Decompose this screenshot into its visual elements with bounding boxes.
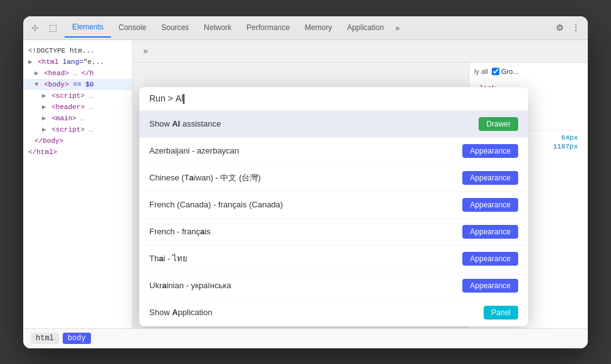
command-input-row: Run > Al bbox=[139, 87, 528, 111]
tab-bar: ⊹ ⬚ Elements Console Sources Network Per… bbox=[23, 16, 588, 40]
tab-more-button[interactable]: » bbox=[391, 21, 403, 35]
dom-panel: <!DOCTYPE htm... ▶ <html lang="e... ▶ <h… bbox=[23, 40, 133, 328]
filter-label: ly all bbox=[474, 68, 488, 75]
cursor-caret bbox=[183, 94, 184, 104]
command-palette: Run > Al Show AI assistance Drawer Azerb… bbox=[139, 87, 528, 326]
group-label: Gro... bbox=[501, 68, 519, 75]
dom-line: ▼ <body> == $0 bbox=[23, 79, 132, 90]
tab-elements[interactable]: Elements bbox=[65, 18, 111, 38]
dom-line: </html> bbox=[23, 147, 132, 158]
command-item-badge: Appearance bbox=[462, 279, 518, 293]
command-item-badge: Panel bbox=[484, 306, 518, 320]
tab-performance[interactable]: Performance bbox=[239, 18, 297, 37]
dom-line: ▶ <main> … bbox=[23, 113, 132, 124]
device-icon[interactable]: ⬚ bbox=[46, 21, 60, 34]
command-item-badge: Appearance bbox=[462, 171, 518, 185]
command-item-french[interactable]: French - français Appearance bbox=[139, 219, 528, 246]
settings-icon[interactable]: ⚙ bbox=[553, 21, 566, 34]
command-item-french-canada[interactable]: French (Canada) - français (Canada) Appe… bbox=[139, 192, 528, 219]
tab-console[interactable]: Console bbox=[111, 18, 154, 37]
command-item-chinese-taiwan[interactable]: Chinese (Taiwan) - 中文 (台灣) Appearance bbox=[139, 165, 528, 192]
dom-line: ▶ <script> … bbox=[23, 124, 132, 135]
cursor-icon[interactable]: ⊹ bbox=[28, 21, 42, 34]
command-prefix: Run > bbox=[149, 93, 173, 103]
tab-bar-icons: ⊹ ⬚ bbox=[28, 21, 60, 34]
devtools-window: ⊹ ⬚ Elements Console Sources Network Per… bbox=[23, 16, 588, 348]
command-list[interactable]: Show AI assistance Drawer Azerbaijani - … bbox=[139, 111, 528, 326]
group-checkbox[interactable] bbox=[492, 68, 499, 75]
tab-memory[interactable]: Memory bbox=[297, 18, 339, 37]
command-item-label: Ukrainian - українська bbox=[149, 281, 231, 290]
menu-icon[interactable]: ⋮ bbox=[569, 21, 583, 34]
command-item-show-application[interactable]: Show Application Panel bbox=[139, 299, 528, 326]
panel-chevron-button[interactable]: » bbox=[139, 43, 152, 58]
dom-line: <!DOCTYPE htm... bbox=[23, 45, 132, 56]
command-item-badge: Appearance bbox=[462, 144, 518, 158]
command-item-badge: Appearance bbox=[462, 252, 518, 266]
command-item-ai-assistance[interactable]: Show AI assistance Drawer bbox=[139, 111, 528, 138]
command-item-thai[interactable]: Thai - ไทย Appearance bbox=[139, 246, 528, 273]
tab-settings-area: ⚙ ⋮ bbox=[553, 21, 583, 34]
bottom-bar: html body bbox=[23, 328, 588, 348]
command-item-label: Azerbaijani - azerbaycan bbox=[149, 146, 239, 155]
tab-sources[interactable]: Sources bbox=[154, 18, 196, 37]
command-item-ukrainian[interactable]: Ukrainian - українська Appearance bbox=[139, 273, 528, 299]
breadcrumb-body[interactable]: body bbox=[63, 333, 91, 344]
command-item-label: French (Canada) - français (Canada) bbox=[149, 200, 283, 209]
dom-line: </body> bbox=[23, 135, 132, 147]
tab-application[interactable]: Application bbox=[339, 18, 391, 37]
dom-line: ▶ <html lang="e... bbox=[23, 56, 132, 68]
command-input-text: Al bbox=[176, 93, 518, 104]
content-wrapper: <!DOCTYPE htm... ▶ <html lang="e... ▶ <h… bbox=[23, 40, 588, 328]
tab-network[interactable]: Network bbox=[196, 18, 239, 37]
dom-line: ▶ <script> … bbox=[23, 90, 132, 101]
command-item-badge: Appearance bbox=[462, 225, 518, 239]
command-item-label: Show AI assistance bbox=[149, 119, 221, 128]
styles-filter-row: ly all Gro... bbox=[474, 68, 583, 75]
command-item-label: Show Application bbox=[149, 308, 212, 317]
tabs: Elements Console Sources Network Perform… bbox=[65, 18, 553, 38]
command-item-badge: Appearance bbox=[462, 198, 518, 212]
dom-line: ▶ <header> … bbox=[23, 101, 132, 113]
command-item-label: Thai - ไทย bbox=[149, 252, 188, 265]
command-item-label: Chinese (Taiwan) - 中文 (台灣) bbox=[149, 172, 261, 184]
command-item-label: French - français bbox=[149, 227, 211, 236]
command-item-azerbaijani[interactable]: Azerbaijani - azerbaycan Appearance bbox=[139, 138, 528, 165]
group-checkbox-label[interactable]: Gro... bbox=[492, 68, 519, 75]
command-item-badge: Drawer bbox=[479, 117, 518, 131]
right-top-row: » bbox=[133, 40, 588, 63]
breadcrumb-html[interactable]: html bbox=[31, 333, 59, 344]
dom-line: ▶ <head> … </h bbox=[23, 68, 132, 79]
